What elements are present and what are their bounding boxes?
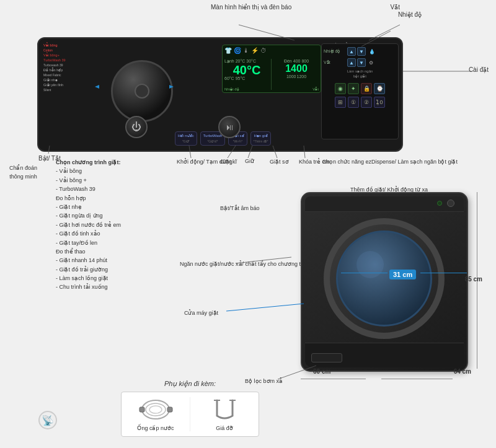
vat-title: Vắt [324, 60, 345, 65]
gia-do-label: Giá đỡ [216, 425, 233, 431]
label-giat-ki: Giặt kĩ [220, 158, 237, 167]
svg-point-2 [149, 406, 162, 413]
washer-bottom-panel [305, 343, 464, 367]
svg-point-1 [146, 403, 166, 416]
icon-spin: ⚡ [251, 47, 259, 54]
icon-bottom-3[interactable]: ② [361, 97, 372, 108]
icon-small-2[interactable]: ✦ [348, 83, 359, 94]
washer-filter-door [311, 353, 342, 362]
speed-1200: 1200 [297, 74, 307, 79]
label-giat-so: Giặt sơ [270, 158, 289, 167]
nhiet-do-btn-1[interactable]: ▲ [347, 47, 356, 56]
nhiet-do-btn-2[interactable]: ▼ [357, 47, 366, 56]
icon-bottom-4[interactable]: 1̣0 [374, 97, 385, 108]
icon-small-4[interactable]: ⌚ [374, 83, 385, 94]
ct-13: - Làm sạch lồng giặt [56, 274, 121, 283]
prog-giat-nhe: Giặt nhẹ [43, 78, 102, 82]
washer-body [301, 192, 468, 372]
playpause-button[interactable]: ⏯ [218, 116, 241, 138]
nhiet-do-title: Nhiệt độ [324, 49, 345, 54]
dim-64cm-line [381, 379, 453, 379]
icon-small-3[interactable]: 🔒 [361, 83, 372, 94]
dim-31cm: 31 cm [389, 270, 416, 279]
label-vat-top: Vắt [391, 3, 400, 12]
washer-led [437, 201, 442, 206]
gia-do-item: Giá đỡ [200, 397, 249, 431]
speed-options-bottom: 1000 1200 [274, 74, 319, 79]
prog-mixed-fabric: Mixed Fabric [43, 73, 102, 77]
icon-wash: 🌀 [234, 47, 241, 54]
washer-image-area: 31 cm 85 cm 60 cm 64 cm [291, 186, 484, 421]
bottom-icons-row: ⊞ ① ② 1̣0 [335, 97, 385, 108]
label-chon-chuc-nang: Chọn chức năng ezDispense/ Làm sạch ngăn… [322, 158, 458, 167]
control-panel: Vải bông Cotton Vải bông+ TurboWash 39 T… [37, 37, 403, 152]
dim-60cm: 60 cm [313, 368, 330, 375]
vat-btn-up[interactable]: ▲ [347, 58, 356, 67]
washer-panel-top [305, 196, 464, 212]
ong-cap-nuoc-label: Ống cấp nước [137, 425, 174, 431]
spin-icon: ⚙ [369, 60, 373, 66]
lam-sach-label: Làm sạch ngănbột giặt [347, 69, 373, 79]
dim-64cm: 64 cm [454, 368, 471, 375]
prog-silent: Silent [43, 88, 102, 92]
speed-options-top: Đèn 400 800 [274, 59, 319, 63]
svg-rect-4 [167, 407, 172, 412]
ct-3: - TurboWash 39 [56, 185, 121, 193]
ct-chan: - Giặt tay/Đồ len [56, 239, 121, 247]
temp-value: 40°C [224, 64, 269, 76]
ong-cap-nuoc-icon [139, 397, 173, 422]
icon-small-1[interactable]: ◉ [335, 83, 346, 94]
display-screen: 👕 🌀 🌡 ⚡ ⏱ Lạnh 20°C 30°C 40°C 60°C 95°C [222, 45, 321, 93]
temp-60: 60°C [224, 76, 234, 81]
icon-tshirt: 👕 [224, 47, 232, 54]
ct-8: - Giặt đồ tinh xảo [56, 229, 121, 238]
func-btn-timer[interactable]: Hẹn giờ*Thêm đồ* [250, 131, 272, 146]
chan-doan-icon-bottom: 📡 [38, 411, 57, 429]
accessories-box: Ống cấp nước Giá đỡ [121, 392, 259, 437]
power-button[interactable]: ⏻ [125, 116, 148, 138]
prog-giat-yen-tinh: Giặt yên tĩnh [43, 83, 102, 87]
prog-label-cotton: Cotton [43, 48, 102, 52]
temp-display: Lạnh 20°C 30°C 40°C 60°C 95°C [224, 59, 269, 81]
ct-1: - Vải bông [56, 167, 121, 175]
label-cua-may-giat: Cửa máy giặt [184, 310, 218, 316]
prog-vải-bong: Vải bông [43, 43, 102, 47]
ct-7: - Giặt hơi nước đồ trẻ em [56, 221, 121, 229]
dim-31cm-line-left [341, 273, 388, 273]
speed-1000: 1000 [286, 74, 296, 79]
icon-time: ⏱ [260, 47, 267, 54]
label-cai-dat: Cài đặt [469, 65, 489, 74]
washer-door-reflection [356, 251, 384, 279]
accessories-section: Phụ kiện đi kèm: Ống cấp nước [121, 380, 259, 437]
ct-do-hon-hop: Đo hỗn hợp [56, 194, 121, 203]
speed-display: Đèn 400 800 1400 1000 1200 [274, 59, 319, 79]
program-list-panel: Vải bông Cotton Vải bông+ TurboWash 39 T… [43, 43, 102, 143]
program-dial[interactable] [111, 60, 173, 122]
phu-kien-label: Phụ kiện đi kèm: [164, 380, 216, 388]
temp-icon: 💧 [369, 49, 375, 55]
chon-ct-title: Chọn chương trình giặt: [56, 158, 121, 167]
prog-vải-bong-plus: Vải bông+ [43, 53, 102, 57]
speed-400: 400 [293, 59, 301, 63]
dim-31cm-line-right [420, 273, 467, 273]
icon-bottom-2[interactable]: ① [348, 97, 359, 108]
speed-value: 1400 [274, 63, 319, 74]
icon-bottom-1[interactable]: ⊞ [335, 97, 346, 108]
dim-60cm-line [301, 379, 366, 379]
prog-turbowash-sub: Turbowash 39 [43, 63, 102, 67]
label-man-hinh: Màn hình hiển thị và đèn báo [211, 3, 291, 12]
prog-do-hon-hop: Đồ hỗn hợp [43, 68, 102, 72]
speed-800: 800 [301, 59, 309, 63]
ct-5: - Giặt nhẹ [56, 203, 121, 211]
temp-95: 95°C [236, 76, 246, 81]
accessory-divider [190, 397, 190, 431]
washer-door-ring [324, 218, 445, 339]
func-btn-1[interactable]: Hơi nước*Giữ* [175, 131, 197, 146]
ct-do-the-thao: Đo thể thao [56, 247, 121, 256]
ct-6: - Giặt ngừa dị ứng [56, 211, 121, 220]
ct-11: - Giặt nhanh 14 phút [56, 256, 121, 265]
vat-buttons: ▲ ▼ [347, 58, 366, 67]
ct-12: - Giặt đồ trải giường [56, 265, 121, 274]
vat-btn-down[interactable]: ▼ [357, 58, 366, 67]
vat-section: Vắt ▲ ▼ ⚙ [324, 58, 396, 67]
